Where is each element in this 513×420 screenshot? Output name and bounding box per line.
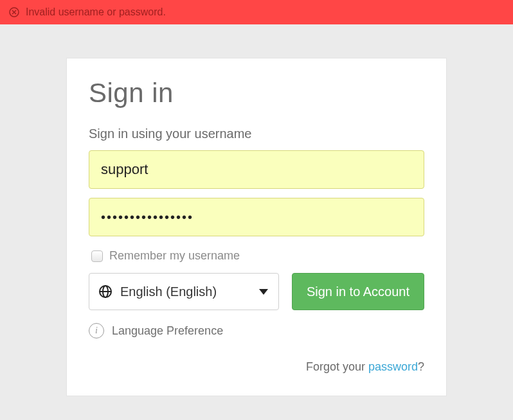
error-icon	[9, 7, 19, 17]
forgot-password-row: Forgot your password?	[89, 360, 424, 374]
remember-row[interactable]: Remember my username	[91, 249, 424, 263]
password-input[interactable]	[89, 198, 424, 236]
signin-subtitle: Sign in using your username	[89, 127, 424, 141]
error-message: Invalid username or password.	[26, 6, 166, 18]
forgot-prefix: Forgot your	[306, 360, 368, 373]
card-container: Sign in Sign in using your username Reme…	[0, 24, 513, 396]
forgot-password-link[interactable]: password	[368, 360, 418, 373]
username-input[interactable]	[89, 150, 424, 189]
language-preference-label: Language Preference	[112, 324, 223, 338]
signin-button[interactable]: Sign in to Account	[292, 273, 424, 310]
info-icon: i	[89, 323, 104, 338]
chevron-down-icon	[259, 289, 268, 295]
page-title: Sign in	[89, 78, 424, 109]
signin-card: Sign in Sign in using your username Reme…	[66, 58, 447, 396]
remember-checkbox[interactable]	[91, 250, 103, 262]
forgot-suffix: ?	[418, 360, 424, 373]
language-select[interactable]: English (English)	[89, 273, 279, 310]
globe-icon	[98, 284, 113, 299]
error-banner: Invalid username or password.	[0, 0, 513, 24]
remember-label: Remember my username	[109, 249, 240, 263]
action-row: English (English) Sign in to Account	[89, 273, 424, 310]
language-selected-label: English (English)	[120, 284, 217, 299]
language-preference-row: i Language Preference	[89, 323, 424, 338]
